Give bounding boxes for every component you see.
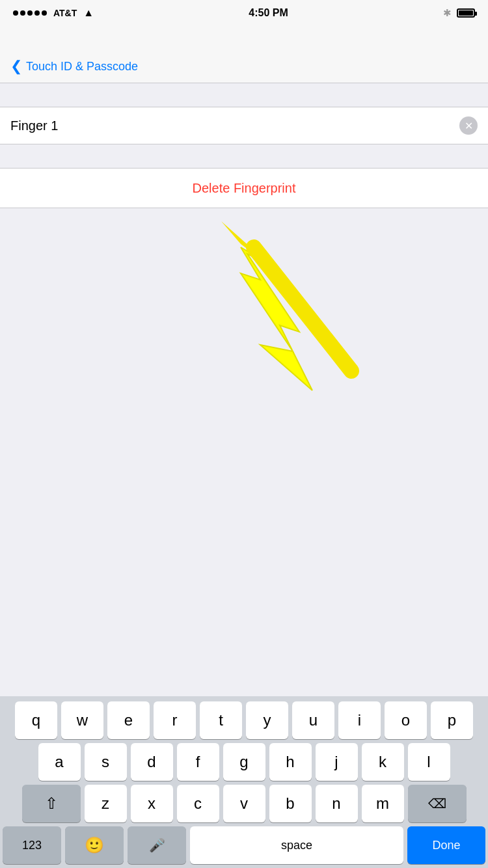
signal-dot-4	[34, 10, 40, 16]
key-i[interactable]: i	[338, 701, 381, 739]
status-bar: AT&T ▲ 4:50 PM ✱	[0, 0, 488, 26]
battery-fill	[459, 10, 473, 16]
delete-fingerprint-button[interactable]: Delete Fingerprint	[0, 168, 488, 208]
key-g[interactable]: g	[223, 743, 265, 781]
svg-marker-0	[241, 247, 312, 390]
key-u[interactable]: u	[292, 701, 334, 739]
signal-dot-2	[20, 10, 25, 16]
key-b[interactable]: b	[269, 785, 312, 822]
key-v[interactable]: v	[223, 785, 265, 822]
mid-separator	[0, 144, 488, 168]
key-shift[interactable]: ⇧	[22, 785, 81, 822]
nav-bar: ❮ Touch ID & Passcode	[0, 26, 488, 83]
key-p[interactable]: p	[431, 701, 473, 739]
carrier-label: AT&T	[53, 8, 77, 18]
key-r[interactable]: r	[154, 701, 196, 739]
key-numbers[interactable]: 123	[3, 826, 61, 864]
signal-dots	[13, 10, 47, 16]
key-l[interactable]: l	[408, 743, 450, 781]
chevron-left-icon: ❮	[10, 58, 22, 75]
wifi-icon: ▲	[83, 7, 94, 19]
key-w[interactable]: w	[61, 701, 103, 739]
key-t[interactable]: t	[200, 701, 242, 739]
signal-dot-5	[42, 10, 47, 16]
key-delete[interactable]: ⌫	[408, 785, 467, 822]
nav-title: Touch ID & Passcode	[26, 60, 138, 74]
bluetooth-icon: ✱	[443, 7, 452, 19]
key-done[interactable]: Done	[407, 826, 485, 864]
key-k[interactable]: k	[362, 743, 404, 781]
key-e[interactable]: e	[107, 701, 150, 739]
key-emoji[interactable]: 🙂	[65, 826, 124, 864]
status-left: AT&T ▲	[13, 7, 94, 19]
yellow-arrow-svg	[0, 208, 488, 397]
keyboard-row-2: a s d f g h j k l	[3, 743, 485, 781]
top-separator	[0, 83, 488, 107]
signal-dot-1	[13, 10, 18, 16]
status-time: 4:50 PM	[249, 7, 288, 19]
key-h[interactable]: h	[269, 743, 312, 781]
keyboard-row-1: q w e r t y u i o p	[3, 701, 485, 739]
finger-name-input[interactable]	[10, 118, 459, 133]
key-a[interactable]: a	[38, 743, 81, 781]
key-x[interactable]: x	[131, 785, 173, 822]
svg-line-2	[254, 247, 351, 371]
svg-marker-3	[221, 221, 280, 273]
key-s[interactable]: s	[85, 743, 127, 781]
key-c[interactable]: c	[177, 785, 219, 822]
content-area	[0, 208, 488, 397]
clear-input-button[interactable]: ✕	[459, 116, 478, 135]
key-d[interactable]: d	[131, 743, 173, 781]
key-m[interactable]: m	[362, 785, 404, 822]
battery-icon	[457, 8, 475, 18]
input-row: ✕	[0, 107, 488, 144]
key-microphone[interactable]: 🎤	[128, 826, 186, 864]
annotation-arrow	[0, 208, 488, 397]
status-right: ✱	[443, 7, 475, 19]
key-q[interactable]: q	[15, 701, 57, 739]
key-n[interactable]: n	[316, 785, 358, 822]
keyboard-row-4: 123 🙂 🎤 space Done	[3, 826, 485, 864]
key-y[interactable]: y	[246, 701, 288, 739]
key-f[interactable]: f	[177, 743, 219, 781]
delete-fingerprint-label: Delete Fingerprint	[193, 181, 296, 196]
key-j[interactable]: j	[316, 743, 358, 781]
keyboard-row-3: ⇧ z x c v b n m ⌫	[3, 785, 485, 822]
keyboard: q w e r t y u i o p a s d f g h j k l ⇧ …	[0, 696, 488, 868]
back-button[interactable]: ❮ Touch ID & Passcode	[10, 58, 138, 75]
key-z[interactable]: z	[85, 785, 127, 822]
signal-dot-3	[27, 10, 33, 16]
key-o[interactable]: o	[385, 701, 427, 739]
key-space[interactable]: space	[190, 826, 403, 864]
